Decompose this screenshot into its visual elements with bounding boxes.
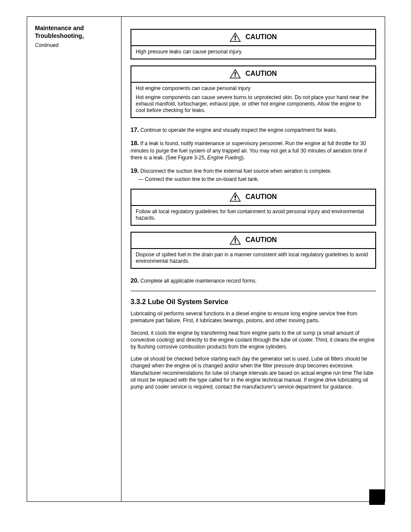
sidebar-title-line1: Maintenance and (35, 25, 84, 31)
svg-rect-7 (235, 76, 236, 77)
caution-body-3: Follow all local regulatory guidelines f… (131, 206, 375, 225)
step-18: 18. If a leak is found, notify maintenan… (131, 139, 376, 161)
warning-icon (230, 69, 241, 78)
step-number: 20. (131, 277, 139, 284)
page-number-tab (369, 489, 385, 505)
main-content: CAUTION High pressure leaks can cause pe… (121, 17, 386, 501)
caution-header-3: CAUTION (131, 190, 375, 206)
svg-rect-3 (235, 39, 236, 40)
step-17: 17. Continue to operate the engine and v… (131, 126, 376, 134)
warning-icon (230, 192, 241, 202)
caution-header-4: CAUTION (131, 233, 375, 249)
caution-box-2: CAUTION Hot engine components can cause … (131, 65, 376, 118)
caution-header-1: CAUTION (131, 30, 375, 46)
svg-rect-11 (235, 199, 236, 200)
caution-label: CAUTION (246, 236, 277, 243)
step-number: 19. (131, 167, 139, 174)
step-text: Continue to operate the engine and visua… (139, 127, 337, 133)
caution-box-4: CAUTION Dispose of spilled fuel in the d… (131, 232, 376, 269)
caution-body-1: High pressure leaks can cause personal i… (131, 46, 375, 59)
section-paragraph-2: Second, it cools the engine by transferr… (131, 330, 376, 351)
caution-body-2-p1: Hot engine components can cause personal… (136, 85, 371, 92)
svg-rect-2 (235, 35, 236, 38)
warning-icon (230, 235, 241, 245)
step-19-tail: — Connect the suction line to the on-boa… (138, 176, 376, 183)
step-number: 17. (131, 126, 139, 133)
step-number: 18. (131, 140, 139, 146)
section-paragraph-3: Lube oil should be checked before starti… (131, 355, 376, 390)
svg-rect-14 (235, 238, 236, 241)
sidebar-title-line2: Troubleshooting, (35, 32, 84, 39)
step-20: 20. Complete all applicable maintenance … (131, 277, 376, 285)
content-frame: Maintenance and Troubleshooting, Continu… (27, 16, 385, 502)
section-divider (131, 291, 376, 291)
caution-body-2-p2: Hot engine components can cause severe b… (136, 94, 371, 114)
step-line: Disconnect the suction line from the ext… (140, 168, 332, 174)
section-paragraph-1: Lubricating oil performs several functio… (131, 310, 376, 324)
caution-box-1: CAUTION High pressure leaks can cause pe… (131, 29, 376, 59)
sidebar-title: Maintenance and Troubleshooting, (35, 25, 115, 40)
caution-label: CAUTION (246, 70, 277, 77)
svg-rect-10 (235, 195, 236, 198)
caution-label: CAUTION (246, 193, 277, 200)
step-19: 19. Disconnect the suction line from the… (131, 167, 376, 174)
caution-body-4: Dispose of spilled fuel in the drain pan… (131, 249, 375, 268)
svg-rect-15 (235, 242, 236, 243)
caution-header-2: CAUTION (131, 66, 375, 83)
section-heading: 3.3.2 Lube Oil System Service (131, 298, 376, 306)
page: Maintenance and Troubleshooting, Continu… (0, 0, 411, 532)
svg-rect-6 (235, 72, 236, 75)
warning-icon (230, 32, 241, 42)
step-text: Complete all applicable maintenance reco… (139, 278, 256, 284)
sidebar-continued: Continued (35, 42, 115, 49)
figure-reference: Engine Fueling (207, 155, 242, 161)
caution-label: CAUTION (246, 33, 277, 40)
step-text-suffix: ). (242, 155, 245, 161)
caution-box-3: CAUTION Follow all local regulatory guid… (131, 189, 376, 226)
sidebar: Maintenance and Troubleshooting, Continu… (27, 17, 121, 501)
caution-body-2: Hot engine components can cause personal… (131, 83, 375, 117)
step-text-prefix: If a leak is found, notify maintenance o… (131, 140, 367, 161)
